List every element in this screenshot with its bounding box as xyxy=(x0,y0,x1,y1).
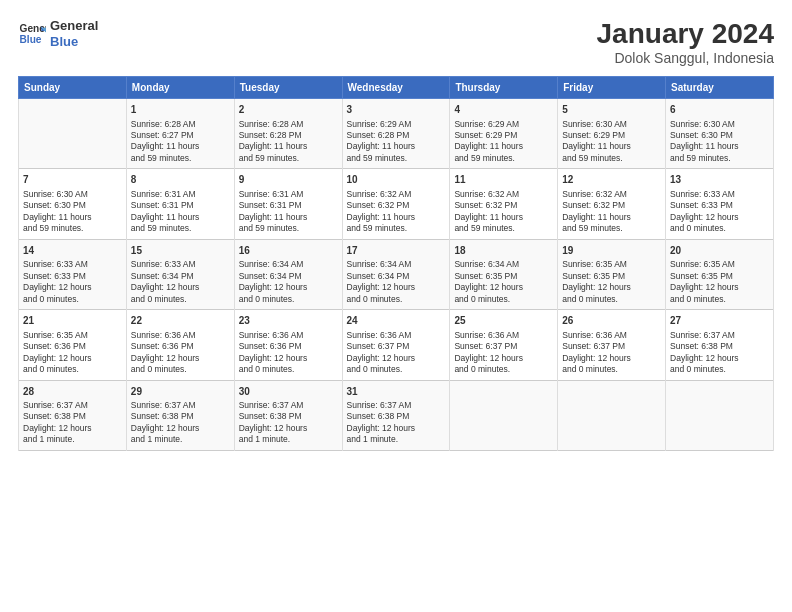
cell-info-line: Sunset: 6:37 PM xyxy=(562,341,661,352)
cell-info-line: and 59 minutes. xyxy=(239,153,338,164)
cell-info-line: Sunset: 6:28 PM xyxy=(347,130,446,141)
cell-info-line: and 0 minutes. xyxy=(347,294,446,305)
cell-w2-d4: 18Sunrise: 6:34 AMSunset: 6:35 PMDayligh… xyxy=(450,239,558,309)
cell-info-line: and 59 minutes. xyxy=(562,153,661,164)
day-number: 7 xyxy=(23,173,122,187)
cell-w4-d2: 30Sunrise: 6:37 AMSunset: 6:38 PMDayligh… xyxy=(234,380,342,450)
cell-w1-d1: 8Sunrise: 6:31 AMSunset: 6:31 PMDaylight… xyxy=(126,169,234,239)
cell-info-line: Daylight: 11 hours xyxy=(562,141,661,152)
day-number: 12 xyxy=(562,173,661,187)
cell-w1-d4: 11Sunrise: 6:32 AMSunset: 6:32 PMDayligh… xyxy=(450,169,558,239)
cell-info-line: Sunrise: 6:37 AM xyxy=(239,400,338,411)
cell-info-line: Sunset: 6:32 PM xyxy=(454,200,553,211)
cell-info-line: Sunset: 6:28 PM xyxy=(239,130,338,141)
cell-info-line: Sunrise: 6:37 AM xyxy=(670,330,769,341)
logo-general: General xyxy=(50,18,98,34)
cell-info-line: and 0 minutes. xyxy=(562,294,661,305)
cell-w1-d5: 12Sunrise: 6:32 AMSunset: 6:32 PMDayligh… xyxy=(558,169,666,239)
cell-w4-d1: 29Sunrise: 6:37 AMSunset: 6:38 PMDayligh… xyxy=(126,380,234,450)
cell-info-line: Sunrise: 6:36 AM xyxy=(347,330,446,341)
cell-w2-d3: 17Sunrise: 6:34 AMSunset: 6:34 PMDayligh… xyxy=(342,239,450,309)
cell-info-line: Daylight: 11 hours xyxy=(562,212,661,223)
cell-w3-d3: 24Sunrise: 6:36 AMSunset: 6:37 PMDayligh… xyxy=(342,310,450,380)
cell-info-line: Sunrise: 6:31 AM xyxy=(239,189,338,200)
cell-info-line: and 59 minutes. xyxy=(131,223,230,234)
cell-info-line: Sunset: 6:38 PM xyxy=(239,411,338,422)
cell-w1-d3: 10Sunrise: 6:32 AMSunset: 6:32 PMDayligh… xyxy=(342,169,450,239)
cell-info-line: Sunrise: 6:34 AM xyxy=(347,259,446,270)
cell-w0-d3: 3Sunrise: 6:29 AMSunset: 6:28 PMDaylight… xyxy=(342,99,450,169)
day-number: 6 xyxy=(670,103,769,117)
day-number: 16 xyxy=(239,244,338,258)
day-number: 23 xyxy=(239,314,338,328)
cell-info-line: Daylight: 11 hours xyxy=(454,212,553,223)
cell-info-line: Sunrise: 6:30 AM xyxy=(23,189,122,200)
cell-info-line: Sunrise: 6:29 AM xyxy=(347,119,446,130)
day-number: 13 xyxy=(670,173,769,187)
main-title: January 2024 xyxy=(597,18,774,50)
cell-w4-d6 xyxy=(666,380,774,450)
cell-w0-d0 xyxy=(19,99,127,169)
cell-info-line: Sunset: 6:38 PM xyxy=(347,411,446,422)
cell-w0-d5: 5Sunrise: 6:30 AMSunset: 6:29 PMDaylight… xyxy=(558,99,666,169)
day-number: 25 xyxy=(454,314,553,328)
cell-info-line: and 0 minutes. xyxy=(670,294,769,305)
week-row-3: 21Sunrise: 6:35 AMSunset: 6:36 PMDayligh… xyxy=(19,310,774,380)
cell-info-line: Sunset: 6:30 PM xyxy=(23,200,122,211)
cell-info-line: and 0 minutes. xyxy=(562,364,661,375)
cell-w1-d6: 13Sunrise: 6:33 AMSunset: 6:33 PMDayligh… xyxy=(666,169,774,239)
cell-info-line: Sunrise: 6:30 AM xyxy=(670,119,769,130)
cell-info-line: and 0 minutes. xyxy=(454,294,553,305)
cell-info-line: Sunrise: 6:35 AM xyxy=(562,259,661,270)
col-friday: Friday xyxy=(558,77,666,99)
cell-info-line: Daylight: 12 hours xyxy=(670,282,769,293)
cell-w0-d4: 4Sunrise: 6:29 AMSunset: 6:29 PMDaylight… xyxy=(450,99,558,169)
cell-info-line: Daylight: 12 hours xyxy=(131,423,230,434)
cell-info-line: Sunset: 6:37 PM xyxy=(454,341,553,352)
cell-w3-d6: 27Sunrise: 6:37 AMSunset: 6:38 PMDayligh… xyxy=(666,310,774,380)
cell-info-line: Sunset: 6:38 PM xyxy=(131,411,230,422)
subtitle: Dolok Sanggul, Indonesia xyxy=(597,50,774,66)
col-sunday: Sunday xyxy=(19,77,127,99)
day-number: 30 xyxy=(239,385,338,399)
cell-info-line: Sunset: 6:30 PM xyxy=(670,130,769,141)
day-number: 31 xyxy=(347,385,446,399)
cell-info-line: Sunrise: 6:28 AM xyxy=(131,119,230,130)
day-number: 14 xyxy=(23,244,122,258)
cell-info-line: Daylight: 11 hours xyxy=(670,141,769,152)
cell-info-line: Sunset: 6:35 PM xyxy=(562,271,661,282)
week-row-4: 28Sunrise: 6:37 AMSunset: 6:38 PMDayligh… xyxy=(19,380,774,450)
cell-info-line: Sunrise: 6:35 AM xyxy=(670,259,769,270)
cell-w2-d5: 19Sunrise: 6:35 AMSunset: 6:35 PMDayligh… xyxy=(558,239,666,309)
cell-info-line: Daylight: 11 hours xyxy=(239,141,338,152)
day-number: 15 xyxy=(131,244,230,258)
cell-info-line: Sunset: 6:38 PM xyxy=(670,341,769,352)
cell-info-line: Sunset: 6:31 PM xyxy=(239,200,338,211)
cell-w4-d5 xyxy=(558,380,666,450)
cell-info-line: Sunset: 6:35 PM xyxy=(670,271,769,282)
cell-w2-d2: 16Sunrise: 6:34 AMSunset: 6:34 PMDayligh… xyxy=(234,239,342,309)
cell-info-line: Sunrise: 6:30 AM xyxy=(562,119,661,130)
cell-info-line: Sunset: 6:36 PM xyxy=(23,341,122,352)
cell-info-line: Sunset: 6:36 PM xyxy=(131,341,230,352)
cell-info-line: and 59 minutes. xyxy=(562,223,661,234)
col-saturday: Saturday xyxy=(666,77,774,99)
week-row-2: 14Sunrise: 6:33 AMSunset: 6:33 PMDayligh… xyxy=(19,239,774,309)
week-row-1: 7Sunrise: 6:30 AMSunset: 6:30 PMDaylight… xyxy=(19,169,774,239)
cell-info-line: Sunrise: 6:33 AM xyxy=(131,259,230,270)
cell-info-line: and 59 minutes. xyxy=(23,223,122,234)
cell-info-line: and 0 minutes. xyxy=(670,364,769,375)
cell-w2-d1: 15Sunrise: 6:33 AMSunset: 6:34 PMDayligh… xyxy=(126,239,234,309)
cell-info-line: and 0 minutes. xyxy=(131,364,230,375)
day-number: 11 xyxy=(454,173,553,187)
cell-info-line: Sunrise: 6:33 AM xyxy=(670,189,769,200)
day-number: 20 xyxy=(670,244,769,258)
cell-info-line: Sunset: 6:32 PM xyxy=(562,200,661,211)
cell-info-line: Daylight: 12 hours xyxy=(131,353,230,364)
cell-w0-d1: 1Sunrise: 6:28 AMSunset: 6:27 PMDaylight… xyxy=(126,99,234,169)
cell-info-line: Daylight: 12 hours xyxy=(23,282,122,293)
cell-info-line: Sunrise: 6:36 AM xyxy=(454,330,553,341)
cell-info-line: and 0 minutes. xyxy=(23,294,122,305)
cell-info-line: Sunrise: 6:36 AM xyxy=(239,330,338,341)
cell-info-line: Sunset: 6:38 PM xyxy=(23,411,122,422)
